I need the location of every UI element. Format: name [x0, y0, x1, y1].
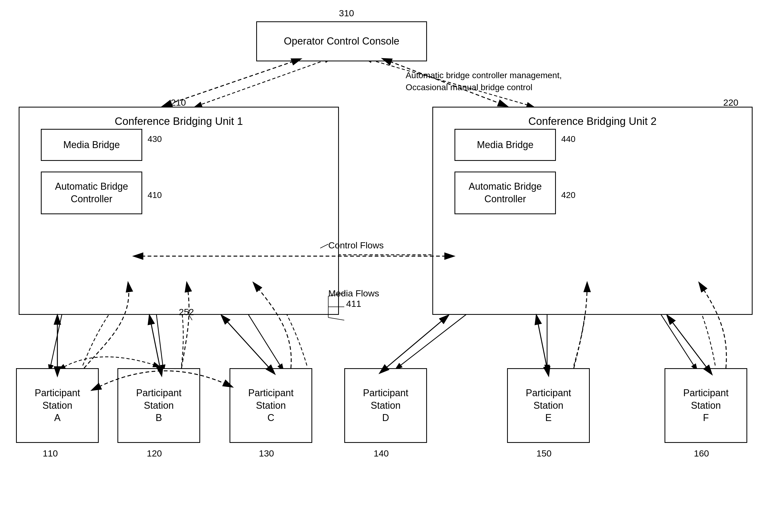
ref-420: 420: [561, 190, 575, 200]
ref-310: 310: [339, 8, 354, 18]
ps-b-box: ParticipantStationB: [117, 368, 200, 443]
svg-line-20: [149, 315, 160, 368]
ps-e-box: ParticipantStationE: [507, 368, 590, 443]
mb2-label: Media Bridge: [477, 139, 534, 151]
mb1-box: Media Bridge: [41, 129, 142, 161]
cbu2-box: Conference Bridging Unit 2 Media Bridge …: [432, 107, 753, 315]
svg-line-3: [195, 60, 325, 107]
media-flows-annotation: Media Flows 411: [328, 288, 379, 309]
svg-line-26: [328, 317, 344, 320]
mb2-box: Media Bridge: [455, 129, 556, 161]
abc-mgmt-annotation: Automatic bridge controller management,: [406, 69, 562, 81]
ref-130: 130: [259, 448, 274, 459]
svg-line-24: [667, 315, 707, 368]
cbu1-box: Conference Bridging Unit 1 Media Bridge …: [19, 107, 339, 315]
ps-c-box: ParticipantStationC: [229, 368, 312, 443]
ref-440: 440: [561, 134, 575, 144]
operator-console-label: Operator Control Console: [284, 35, 400, 48]
operator-console-box: Operator Control Console: [256, 21, 427, 61]
ref-140: 140: [373, 448, 389, 459]
ref-220: 220: [723, 97, 738, 108]
ref-120: 120: [147, 448, 162, 459]
ps-a-box: ParticipantStationA: [16, 368, 99, 443]
abc2-box: Automatic BridgeController: [455, 172, 556, 214]
ref-252: 252: [179, 307, 194, 317]
cbu1-label: Conference Bridging Unit 1: [115, 114, 243, 128]
ref-210: 210: [171, 97, 186, 108]
abc1-box: Automatic BridgeController: [41, 172, 142, 214]
abc2-label: Automatic BridgeController: [469, 180, 542, 205]
mb1-label: Media Bridge: [63, 139, 120, 151]
diagram: 310 Operator Control Console Automatic b…: [0, 0, 775, 532]
ref-110: 110: [43, 448, 58, 459]
ps-d-box: ParticipantStationD: [344, 368, 427, 443]
svg-line-21: [221, 315, 269, 368]
cbu2-label: Conference Bridging Unit 2: [529, 114, 657, 128]
ps-f-box: ParticipantStationF: [665, 368, 747, 443]
abc-mgmt-annotation2: Occasional manual bridge control: [406, 81, 562, 93]
ref-160: 160: [694, 448, 709, 459]
ref-150: 150: [537, 448, 552, 459]
control-flows-annotation: Control Flows: [328, 240, 384, 251]
ref-410: 410: [148, 190, 162, 200]
ref-430: 430: [148, 134, 162, 144]
svg-line-22: [385, 315, 448, 368]
abc1-label: Automatic BridgeController: [55, 180, 128, 205]
svg-line-23: [537, 315, 547, 368]
